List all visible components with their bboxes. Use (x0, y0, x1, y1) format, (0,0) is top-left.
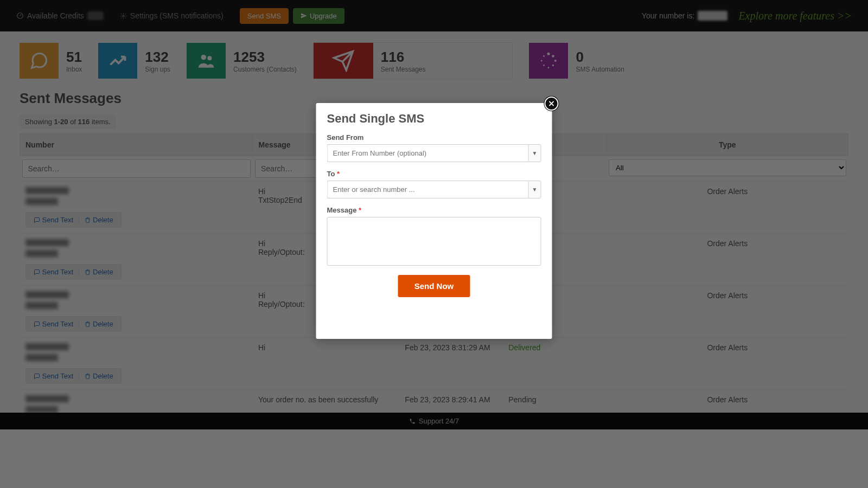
message-label: Message * (327, 206, 541, 214)
close-modal-button[interactable] (545, 97, 559, 111)
to-dropdown-caret[interactable]: ▼ (528, 181, 541, 198)
send-from-label: Send From (327, 133, 541, 142)
send-now-button[interactable]: Send Now (398, 275, 470, 297)
send-from-input[interactable] (327, 144, 528, 162)
send-from-dropdown-caret[interactable]: ▼ (528, 144, 541, 162)
message-textarea[interactable] (327, 217, 541, 266)
to-input[interactable] (327, 181, 528, 198)
to-label: To * (327, 170, 541, 178)
close-icon (549, 101, 554, 106)
modal-title: Send Single SMS (327, 112, 541, 126)
send-sms-modal: Send Single SMS Send From ▼ To * ▼ Messa… (316, 103, 552, 339)
